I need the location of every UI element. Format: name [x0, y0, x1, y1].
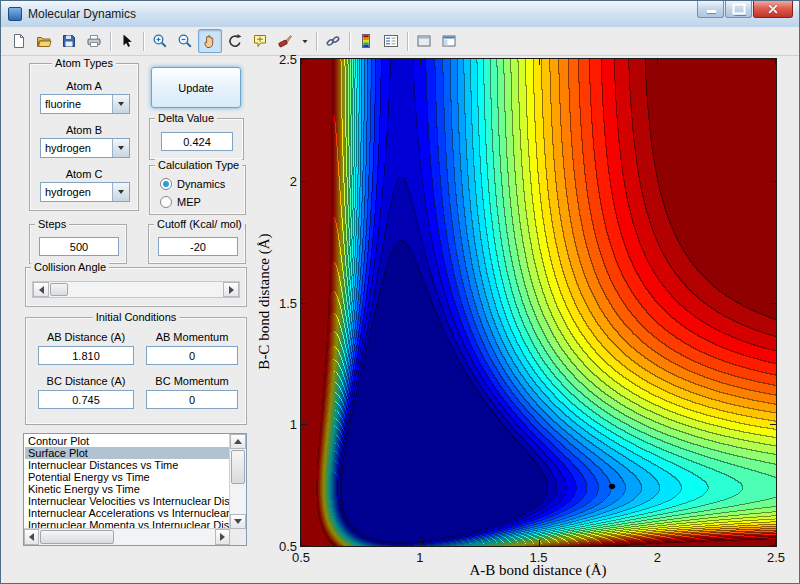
zoom-out-icon[interactable] — [173, 29, 197, 53]
dynamics-radio-label: Dynamics — [177, 178, 225, 190]
vscroll-thumb[interactable] — [231, 450, 245, 484]
brush-icon[interactable] — [273, 29, 297, 53]
x-tick-mark — [657, 59, 658, 65]
cutoff-panel: Cutoff (Kcal/ mol) — [148, 224, 246, 264]
ab-momentum-field[interactable] — [146, 346, 238, 365]
toolbar-separator — [143, 32, 145, 51]
atom-b-dropdown[interactable]: hydrogen — [40, 138, 130, 158]
scroll-up-arrow[interactable] — [230, 434, 246, 449]
bc-momentum-field[interactable] — [146, 390, 238, 409]
list-item[interactable]: Internuclear Accelerations vs Internucle… — [25, 507, 229, 519]
x-tick-mark — [657, 540, 658, 546]
open-icon[interactable] — [32, 29, 56, 53]
list-item[interactable]: Potential Energy vs Time — [25, 471, 229, 483]
scroll-right-arrow[interactable] — [215, 529, 230, 545]
ab-momentum-label: AB Momentum — [140, 331, 244, 343]
y-tick-mark — [770, 545, 776, 546]
list-item[interactable]: Internuclear Momenta vs Internuclear Dis… — [25, 519, 229, 528]
y-tick-label: 1 — [265, 417, 297, 432]
atom-c-dropdown[interactable]: hydrogen — [40, 182, 130, 202]
y-tick-mark — [301, 181, 307, 182]
print-icon[interactable] — [82, 29, 106, 53]
minimize-button[interactable] — [697, 1, 724, 18]
scroll-down-arrow[interactable] — [230, 514, 246, 529]
y-tick-mark — [301, 545, 307, 546]
window-title: Molecular Dynamics — [28, 1, 136, 27]
toolbar — [1, 27, 799, 56]
hscroll-thumb[interactable] — [40, 530, 114, 544]
steps-panel: Steps — [29, 224, 127, 264]
steps-field[interactable] — [39, 237, 119, 256]
toolbar-separator — [407, 32, 409, 51]
chevron-down-icon[interactable] — [112, 139, 129, 157]
link-plot-icon[interactable] — [321, 29, 345, 53]
chevron-down-icon[interactable] — [112, 183, 129, 201]
atom-types-panel: Atom Types Atom A fluorine Atom B hydrog… — [29, 63, 139, 211]
show-plot-tools-icon[interactable] — [437, 29, 461, 53]
slider-right-arrow[interactable] — [223, 282, 239, 297]
plot-type-list: Contour Plot Surface Plot Internuclear D… — [25, 435, 229, 528]
atom-a-dropdown[interactable]: fluorine — [40, 94, 130, 114]
app-window: Molecular Dynamics Atom Types Atom A flu… — [0, 0, 800, 584]
x-tick-label: 1 — [416, 550, 423, 565]
scrollbar-corner — [230, 529, 246, 545]
listbox-vertical-scrollbar[interactable] — [229, 434, 246, 529]
close-button[interactable] — [753, 1, 793, 18]
colorbar-icon[interactable] — [354, 29, 378, 53]
maximize-button[interactable] — [725, 1, 752, 18]
ab-distance-field[interactable] — [38, 346, 134, 365]
calculation-type-panel: Calculation Type Dynamics MEP — [149, 165, 246, 215]
maximize-icon — [732, 4, 745, 15]
dynamics-radio[interactable] — [160, 178, 172, 190]
pan-icon[interactable] — [198, 29, 222, 53]
brush-caret-icon[interactable] — [298, 29, 312, 53]
window-titlebar[interactable]: Molecular Dynamics — [1, 1, 799, 28]
slider-thumb[interactable] — [50, 283, 68, 296]
atom-a-value: fluorine — [45, 95, 81, 113]
collision-angle-slider[interactable] — [32, 281, 240, 298]
mep-radio[interactable] — [160, 196, 172, 208]
initial-conditions-title: Initial Conditions — [93, 311, 180, 323]
list-item-selected[interactable]: Surface Plot — [25, 447, 229, 459]
cutoff-field[interactable] — [158, 237, 238, 256]
data-cursor-icon[interactable] — [248, 29, 272, 53]
atom-c-label: Atom C — [30, 168, 138, 180]
new-icon[interactable] — [7, 29, 31, 53]
delta-value-field[interactable] — [161, 132, 233, 151]
list-item[interactable]: Kinetic Energy vs Time — [25, 483, 229, 495]
save-icon[interactable] — [57, 29, 81, 53]
contour-plot-canvas[interactable] — [301, 59, 776, 546]
y-tick-mark — [301, 303, 307, 304]
dynamics-radio-row[interactable]: Dynamics — [160, 177, 225, 191]
y-tick-label: 2 — [265, 174, 297, 189]
legend-icon[interactable] — [379, 29, 403, 53]
y-tick-label: 0.5 — [265, 539, 297, 554]
plot-type-listbox[interactable]: Contour Plot Surface Plot Internuclear D… — [23, 433, 247, 546]
list-item[interactable]: Internuclear Distances vs Time — [25, 459, 229, 471]
slider-left-arrow[interactable] — [33, 282, 49, 297]
collision-angle-panel: Collision Angle — [25, 267, 247, 307]
bc-distance-field[interactable] — [38, 390, 134, 409]
rotate-icon[interactable] — [223, 29, 247, 53]
atom-c-value: hydrogen — [45, 183, 91, 201]
list-item[interactable]: Contour Plot — [25, 435, 229, 447]
x-tick-label: 2 — [654, 550, 661, 565]
list-item[interactable]: Internuclear Velocities vs Internuclear … — [25, 495, 229, 507]
y-tick-mark — [770, 59, 776, 60]
update-button[interactable]: Update — [151, 67, 241, 108]
y-tick-mark — [301, 59, 307, 60]
hide-plot-tools-icon[interactable] — [412, 29, 436, 53]
bc-momentum-label: BC Momentum — [140, 375, 244, 387]
collision-angle-title: Collision Angle — [31, 261, 109, 273]
steps-title: Steps — [35, 218, 69, 230]
y-tick-mark — [770, 303, 776, 304]
atom-b-value: hydrogen — [45, 139, 91, 157]
scroll-left-arrow[interactable] — [24, 529, 39, 545]
mep-radio-row[interactable]: MEP — [160, 195, 201, 209]
chevron-down-icon[interactable] — [112, 95, 129, 113]
atom-types-title: Atom Types — [52, 57, 116, 69]
zoom-in-icon[interactable] — [148, 29, 172, 53]
listbox-horizontal-scrollbar[interactable] — [24, 528, 230, 545]
edit-arrow-icon[interactable] — [115, 29, 139, 53]
y-tick-mark — [770, 181, 776, 182]
